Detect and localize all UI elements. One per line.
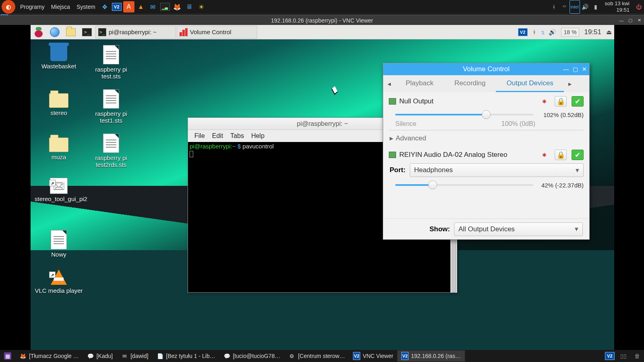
tab-output-devices[interactable]: Output Devices — [496, 75, 564, 92]
vc-maximize-icon[interactable]: ▢ — [573, 66, 578, 72]
software-center-icon[interactable]: A — [123, 1, 134, 12]
intel-tray-icon[interactable]: intel — [570, 0, 580, 14]
show-dropdown[interactable]: All Output Devices ▾ — [454, 222, 583, 236]
rpi-volume-icon[interactable]: 🔊 — [546, 26, 559, 39]
eject-media-icon[interactable]: ⏏ — [604, 26, 614, 39]
firefox-launcher-icon[interactable]: 🦊 — [171, 1, 183, 12]
weather-sun-icon[interactable]: ☀ — [196, 1, 207, 12]
trash-tray-icon[interactable]: 🗑 — [630, 350, 644, 362]
remote-desktop: >_ >_ pi@raspberrypi: ~ Volume Control V… — [31, 25, 614, 355]
battery-tray-icon[interactable]: ▮ — [590, 0, 601, 14]
workspace-switcher[interactable]: ▯▯ — [617, 350, 630, 362]
maximize-icon[interactable]: ▢ — [627, 17, 634, 24]
power-icon[interactable]: ⏻ — [634, 0, 644, 14]
monitor-launcher-icon[interactable]: ▁▃ — [159, 1, 171, 12]
vnc-icon: V2 — [353, 352, 360, 360]
rpi-bluetooth-icon[interactable]: ᚼ — [530, 26, 539, 39]
volume-control-window[interactable]: Volume Control — ▢ ✕ ◂ Playback Recordin… — [383, 63, 590, 240]
desktop-icon-vlc[interactable]: VLC media player — [35, 266, 83, 294]
task-dawid[interactable]: ✉[dawid] — [117, 350, 152, 362]
chevron-down-icon: ▾ — [575, 225, 578, 233]
terminal-menu-tabs[interactable]: Tabs — [227, 132, 247, 140]
vnc-server-tray-icon[interactable]: V2 — [516, 26, 530, 39]
chat-icon: 💬 — [223, 352, 231, 360]
set-default-button[interactable]: ✔ — [572, 150, 584, 160]
vc-close-icon[interactable]: ✕ — [582, 66, 587, 72]
minimize-icon[interactable]: — — [618, 17, 625, 24]
host-menu-miejsca[interactable]: Miejsca — [48, 0, 73, 14]
volume-readout: 42% (-22.37dB) — [537, 182, 584, 189]
terminal-menu-help[interactable]: Help — [248, 132, 268, 140]
vnc-window-titlebar[interactable]: 192.168.0.26 (raspberrypi) - VNC Viewer … — [0, 15, 644, 25]
bluetooth-tray-icon[interactable]: ᚼ — [549, 0, 559, 14]
desktop-icon-wastebasket[interactable]: Wastebasket — [35, 45, 83, 70]
tabs-scroll-right-icon[interactable]: ▸ — [564, 75, 576, 92]
cpu-usage-badge[interactable]: 18 % — [559, 26, 582, 39]
desktop-icon-test2[interactable]: raspberry pi test2rds.sts — [87, 134, 135, 168]
task-libreoffice[interactable]: 📄[Bez tytułu 1 - Lib… — [153, 350, 219, 362]
mute-indicator-icon[interactable]: ✱ — [542, 99, 547, 105]
taskbar-item-volume[interactable]: Volume Control — [177, 26, 257, 39]
host-clock-date: sob 13 kwi — [605, 0, 630, 7]
vlc-launcher-icon[interactable]: ▲ — [135, 1, 147, 12]
volume-slider[interactable] — [395, 110, 533, 119]
desktop-icon-test[interactable]: raspberry pi test.sts — [87, 45, 135, 80]
remote-desktop-icon[interactable]: 🖥 — [184, 1, 195, 12]
advanced-toggle[interactable]: ▶ Advanced — [390, 134, 584, 142]
terminal-menu-file[interactable]: File — [191, 132, 208, 140]
mail-launcher-icon[interactable]: ✉ — [147, 1, 159, 12]
task-vnc-session[interactable]: V2192.168.0.26 (ras… — [397, 350, 465, 362]
host-menu-programy[interactable]: Programy — [17, 0, 48, 14]
web-browser-icon[interactable] — [47, 26, 62, 39]
volume-slider[interactable] — [395, 180, 533, 190]
raspberry-menu-icon[interactable] — [31, 26, 46, 39]
port-dropdown[interactable]: Headphones ▾ — [410, 163, 584, 177]
tab-recording[interactable]: Recording — [444, 75, 496, 92]
task-vnc-viewer[interactable]: V2VNC Viewer — [349, 350, 397, 362]
wifi-tray-icon[interactable]: ⌔ — [559, 0, 570, 14]
lock-channels-button[interactable]: 🔒 — [555, 96, 567, 107]
trash-icon — [50, 45, 67, 61]
close-icon[interactable]: ✕ — [636, 17, 642, 24]
task-kadu[interactable]: 💬[Kadu] — [83, 350, 117, 362]
task-tucio[interactable]: 💬[tucio@tucioG78… — [219, 350, 285, 362]
sound-card-icon — [389, 98, 396, 105]
vc-minimize-icon[interactable]: — — [563, 66, 569, 72]
host-menu-system[interactable]: System — [73, 0, 99, 14]
ubuntu-logo-icon[interactable]: ◐ — [2, 0, 15, 14]
firefox-icon: 🦊 — [19, 352, 27, 360]
host-clock[interactable]: sob 13 kwi 19:51 — [601, 0, 634, 13]
set-default-button[interactable]: ✔ — [572, 96, 584, 107]
volume-readout: 102% (0.52dB) — [537, 111, 584, 118]
chat-icon: 💬 — [87, 352, 94, 360]
rpi-taskbar: >_ >_ pi@raspberrypi: ~ Volume Control V… — [31, 25, 614, 39]
desktop-icon-stereotool[interactable]: ✉stereo_tool_gui_pi2 — [35, 178, 83, 202]
terminal-menu-edit[interactable]: Edit — [209, 132, 227, 140]
show-label: Show: — [429, 225, 450, 233]
mute-indicator-icon[interactable]: ✱ — [542, 152, 547, 158]
lock-channels-button[interactable]: 🔒 — [555, 150, 567, 160]
vc-tabs: ◂ Playback Recording Output Devices ▸ — [383, 75, 589, 92]
terminal-launcher-icon[interactable]: >_ — [79, 26, 95, 39]
kde-icon[interactable]: ❖ — [99, 1, 110, 12]
vnc-launcher-icon[interactable]: V2 — [111, 1, 122, 12]
taskbar-item-terminal[interactable]: >_ pi@raspberrypi: ~ — [95, 26, 176, 39]
network-activity-icon[interactable]: ↑↓ — [539, 26, 546, 39]
vnc-tray-icon[interactable]: V2 — [603, 350, 617, 362]
terminal-prompt: pi@raspberrypi:~ — [190, 143, 236, 150]
vc-titlebar[interactable]: Volume Control — ▢ ✕ — [383, 63, 589, 75]
task-centrum[interactable]: ⚙[Centrum sterow… — [284, 350, 349, 362]
show-desktop-button[interactable]: ▦ — [0, 350, 15, 362]
tab-playback[interactable]: Playback — [395, 75, 444, 92]
volume-task-icon — [180, 28, 188, 36]
tabs-scroll-left-icon[interactable]: ◂ — [383, 75, 395, 92]
desktop-icon-test1[interactable]: raspberry pi test1.sts — [87, 89, 135, 124]
file-manager-icon[interactable] — [63, 26, 78, 39]
desktop-icon-muza[interactable]: muza — [35, 134, 83, 160]
rpi-clock[interactable]: 19:51 — [582, 26, 604, 39]
show-value: All Output Devices — [458, 225, 515, 233]
desktop-icon-stereo[interactable]: stereo — [35, 89, 83, 116]
volume-tray-icon[interactable]: 🔊 — [580, 0, 590, 14]
desktop-icon-nowy[interactable]: Nowy — [35, 230, 83, 258]
task-tlumacz[interactable]: 🦊[Tłumacz Google … — [15, 350, 83, 362]
